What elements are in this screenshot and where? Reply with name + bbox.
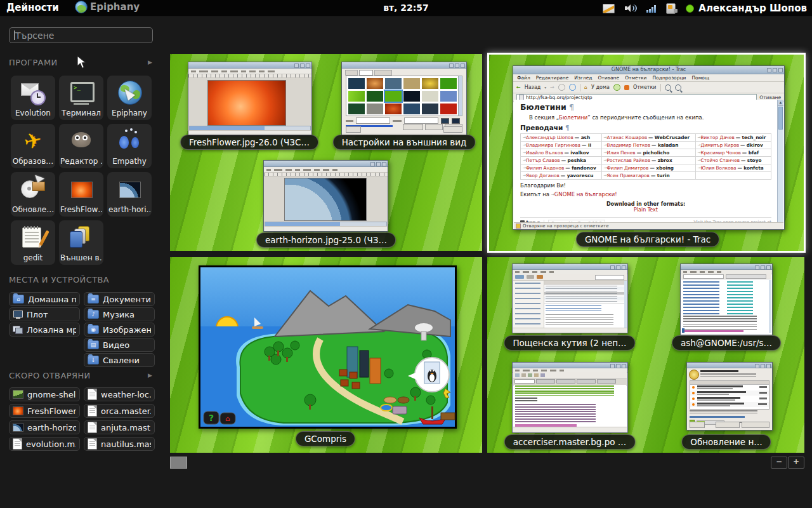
translator-link[interactable]: Атанас Кошаров xyxy=(607,135,647,140)
remove-workspace-button[interactable]: − xyxy=(771,457,787,469)
translator-link[interactable]: Илия Пенев xyxy=(607,150,636,156)
window-terminal[interactable] xyxy=(680,264,773,335)
translator-link[interactable]: Красимир Чонов xyxy=(701,150,741,156)
translator-link[interactable]: Димитър Киров xyxy=(701,142,739,148)
menu-bookmarks[interactable]: Отметки xyxy=(625,75,646,81)
recent-freshflower[interactable]: FreshFlower… xyxy=(9,404,80,418)
app-epiphany[interactable]: Epiphany xyxy=(107,76,152,120)
scrollbar[interactable] xyxy=(769,280,771,333)
place-downloads[interactable]: ↓Свалени xyxy=(84,353,155,367)
display-settings-icon[interactable] xyxy=(603,4,615,13)
translator-link[interactable]: Петър Славов xyxy=(526,157,560,163)
menu-file[interactable]: Файл xyxy=(517,75,530,81)
translator-link[interactable]: Юлия Волкова xyxy=(701,165,737,171)
recent-evolution-po[interactable]: evolution.m… xyxy=(9,437,80,451)
app-updates[interactable]: Обновле… xyxy=(11,172,55,217)
power-icon[interactable] xyxy=(666,3,676,14)
window-gedit-po[interactable] xyxy=(512,362,628,433)
scrollbar[interactable] xyxy=(624,281,627,328)
zoom-out-icon[interactable] xyxy=(665,84,671,91)
translator-link[interactable]: Ясен Праматаров xyxy=(607,173,650,178)
home-button[interactable]: У дома xyxy=(591,84,610,90)
window-appearance[interactable] xyxy=(341,62,467,135)
window-update-manager[interactable] xyxy=(686,362,773,431)
place-documents[interactable]: ≡Документи xyxy=(84,292,155,306)
bookmarks-icon[interactable] xyxy=(624,85,629,90)
place-local-network[interactable]: Локална мр… xyxy=(9,323,80,337)
recent-weather-loc[interactable]: weather-loc… xyxy=(84,387,155,401)
translator-link[interactable]: Владимир Петков xyxy=(607,142,651,148)
menu-go[interactable]: Отиване xyxy=(598,75,619,81)
recent-nautilus-po[interactable]: nautilus.mas… xyxy=(84,437,155,451)
app-empathy[interactable]: Empathy xyxy=(107,124,152,168)
plain-text-link[interactable]: Plain Text xyxy=(520,207,771,213)
recent-anjuta-po[interactable]: anjuta.mast… xyxy=(84,420,155,434)
bulletins-link[interactable]: Бюлетини xyxy=(559,114,587,121)
stop-icon[interactable] xyxy=(558,84,565,91)
translator-link[interactable]: Владимира Гиргинова xyxy=(526,142,580,148)
place-music[interactable]: ♪Музика xyxy=(84,307,155,321)
place-videos[interactable]: ▤Видео xyxy=(84,338,155,352)
bookmarks-button[interactable]: Отметки xyxy=(633,84,657,90)
translator-link[interactable]: Явор Доганов xyxy=(526,173,560,178)
scrollbar[interactable]: ▲ xyxy=(777,100,783,222)
back-button[interactable]: Назад xyxy=(525,84,541,90)
history-icon[interactable] xyxy=(613,84,620,91)
programs-expand-icon[interactable]: ▶ xyxy=(148,59,152,65)
app-gcompris[interactable]: ✈ Образов… xyxy=(11,124,55,168)
window-epiphany-trac[interactable]: GNOME на български! - Trac Файл Редактир… xyxy=(513,65,785,230)
help-button[interactable] xyxy=(690,422,705,428)
menu-view[interactable]: Изглед xyxy=(574,75,592,81)
translators-table: →Александър Шопов— ash →Атанас Кошаров— … xyxy=(520,133,771,180)
updates-list xyxy=(690,380,769,410)
forward-icon[interactable]: → xyxy=(550,84,554,90)
scrollbar[interactable] xyxy=(458,76,462,116)
window-gimp-freshflower[interactable] xyxy=(188,62,312,136)
menu-edit[interactable]: Редактиране xyxy=(536,75,569,81)
window-gimp-earth[interactable] xyxy=(263,160,388,232)
updates-icon xyxy=(689,370,699,380)
home-icon[interactable]: ⌂ xyxy=(584,84,587,90)
app-freshflower[interactable]: FreshFlow… xyxy=(59,172,103,217)
app-gimp[interactable]: Редактор … xyxy=(59,124,103,168)
menu-tabs[interactable]: Подпрозорци xyxy=(652,75,686,81)
flower-image xyxy=(207,80,286,126)
document-icon xyxy=(13,438,22,450)
recent-earth-horizon[interactable]: earth-horizo… xyxy=(9,420,80,434)
translator-link[interactable]: Ивайло Вълков xyxy=(526,150,563,156)
place-home[interactable]: ⌂Домашна п… xyxy=(9,292,80,306)
place-pictures[interactable]: ◉Изображен… xyxy=(84,323,155,337)
thanks-text: Благодарим Ви! xyxy=(520,182,771,189)
workspace-indicator[interactable] xyxy=(170,457,187,469)
app-earthhorizon[interactable]: earth-hori… xyxy=(107,172,152,217)
translator-link[interactable]: Филип Димитров xyxy=(607,165,649,171)
translator-link[interactable]: Филип Андонов xyxy=(526,165,564,171)
add-workspace-button[interactable]: + xyxy=(788,457,804,469)
recent-orca-po[interactable]: orca.master.… xyxy=(84,404,155,418)
translator-link[interactable]: Стойчо Станчев xyxy=(701,157,740,163)
menu-help[interactable]: Помощ xyxy=(691,75,709,81)
translator-link[interactable]: Александър Шопов xyxy=(526,135,573,140)
volume-icon[interactable] xyxy=(625,4,636,13)
app-gedit[interactable]: gedit xyxy=(11,220,55,265)
zoom-in-icon[interactable] xyxy=(675,84,681,91)
recent-gnome-shell[interactable]: gnome-shel… xyxy=(9,387,80,401)
team-link[interactable]: GNOME на български! xyxy=(554,191,617,197)
app-appearance[interactable]: Външен в… xyxy=(59,220,103,265)
recent-expand-icon[interactable]: ▶ xyxy=(148,372,152,378)
user-menu[interactable]: Александър Шопов xyxy=(686,3,807,14)
app-evolution[interactable]: Evolution xyxy=(11,76,55,120)
help-button[interactable] xyxy=(346,126,361,133)
search-input[interactable]: Търсене xyxy=(9,27,153,43)
close-button[interactable] xyxy=(443,126,462,133)
network-signal-icon[interactable] xyxy=(646,4,656,13)
translator-link[interactable]: Ростислав Райков xyxy=(607,157,650,163)
place-desktop[interactable]: Плот xyxy=(9,307,80,321)
window-evolution-mail[interactable] xyxy=(512,264,628,333)
back-dropdown-icon[interactable]: ▾ xyxy=(544,85,546,90)
translator-link[interactable]: Виктор Дачев xyxy=(701,135,735,140)
app-terminal[interactable]: Терминал xyxy=(59,76,103,120)
window-gcompris[interactable]: ? ⌂ xyxy=(199,265,457,429)
back-icon[interactable]: ← xyxy=(516,84,521,90)
reload-icon[interactable] xyxy=(569,84,576,91)
